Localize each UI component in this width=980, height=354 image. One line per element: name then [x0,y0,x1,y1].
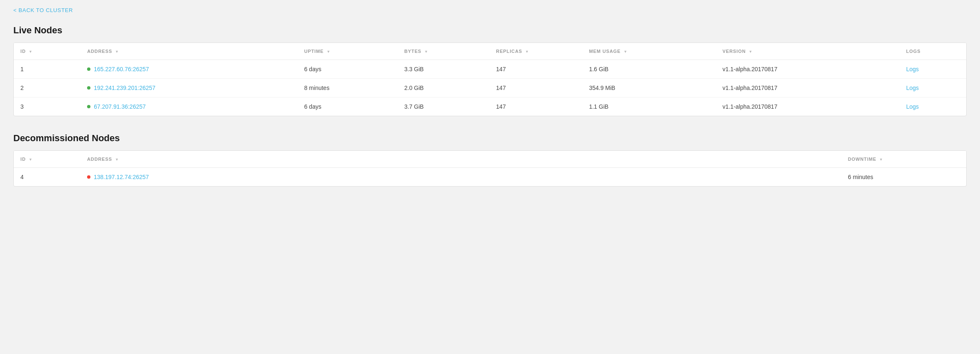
node-uptime: 6 days [298,97,398,116]
status-dot-decommissioned [87,175,90,179]
table-row: 2 192.241.239.201:26257 8 minutes 2.0 Gi… [14,79,966,97]
node-address-link[interactable]: 165.227.60.76:26257 [94,66,149,72]
node-address-link[interactable]: 192.241.239.201:26257 [94,85,155,91]
decommissioned-nodes-title: Decommissioned Nodes [13,133,967,144]
node-version: v1.1-alpha.20170817 [716,60,900,79]
status-dot-live [87,86,90,90]
node-address-cell: 67.207.91.36:26257 [80,97,298,116]
live-nodes-table-container: ID ▼ ADDRESS ▼ UPTIME ▼ BYTES ▼ REPLICAS… [13,42,967,116]
node-mem-usage: 1.1 GiB [582,97,716,116]
decommissioned-nodes-table-container: ID ▼ ADDRESS ▼ DOWNTIME ▼ 4 138.197.12.7… [13,150,967,187]
sort-icon-address: ▼ [115,157,119,162]
node-logs-cell: Logs [900,60,966,79]
sort-icon-downtime: ▼ [879,157,883,162]
live-nodes-tbody: 1 165.227.60.76:26257 6 days 3.3 GiB 147… [14,60,966,116]
live-nodes-table: ID ▼ ADDRESS ▼ UPTIME ▼ BYTES ▼ REPLICAS… [14,43,966,116]
status-dot-live [87,105,90,108]
node-uptime: 8 minutes [298,79,398,97]
col-header-id[interactable]: ID ▼ [14,43,80,60]
node-mem-usage: 1.6 GiB [582,60,716,79]
live-nodes-title: Live Nodes [13,25,967,36]
sort-icon-replicas: ▼ [525,50,529,54]
col-header-uptime[interactable]: UPTIME ▼ [298,43,398,60]
sort-icon-address: ▼ [115,50,119,54]
node-logs-cell: Logs [900,79,966,97]
node-version: v1.1-alpha.20170817 [716,79,900,97]
col-header-logs: LOGS [900,43,966,60]
node-replicas: 147 [490,79,582,97]
node-logs-cell: Logs [900,97,966,116]
node-downtime: 6 minutes [841,168,966,187]
col-header-replicas[interactable]: REPLICAS ▼ [490,43,582,60]
node-mem-usage: 354.9 MiB [582,79,716,97]
node-version: v1.1-alpha.20170817 [716,97,900,116]
node-bytes: 2.0 GiB [398,79,489,97]
node-id: 4 [14,168,80,187]
sort-icon-uptime: ▼ [327,50,331,54]
col-header-address[interactable]: ADDRESS ▼ [80,43,298,60]
logs-link[interactable]: Logs [906,85,919,91]
decommissioned-nodes-tbody: 4 138.197.12.74:26257 6 minutes [14,168,966,187]
col-header-bytes[interactable]: BYTES ▼ [398,43,489,60]
table-row: 1 165.227.60.76:26257 6 days 3.3 GiB 147… [14,60,966,79]
sort-icon-bytes: ▼ [424,50,428,54]
decommissioned-nodes-thead: ID ▼ ADDRESS ▼ DOWNTIME ▼ [14,151,966,168]
logs-link[interactable]: Logs [906,66,919,72]
node-address-cell: 165.227.60.76:26257 [80,60,298,79]
decommissioned-nodes-table: ID ▼ ADDRESS ▼ DOWNTIME ▼ 4 138.197.12.7… [14,151,966,186]
live-nodes-header-row: ID ▼ ADDRESS ▼ UPTIME ▼ BYTES ▼ REPLICAS… [14,43,966,60]
node-bytes: 3.3 GiB [398,60,489,79]
table-row: 3 67.207.91.36:26257 6 days 3.7 GiB 147 … [14,97,966,116]
node-id: 3 [14,97,80,116]
col-header-mem-usage[interactable]: MEM USAGE ▼ [582,43,716,60]
node-bytes: 3.7 GiB [398,97,489,116]
col-header-id[interactable]: ID ▼ [14,151,80,168]
node-replicas: 147 [490,97,582,116]
node-id: 2 [14,79,80,97]
node-address-cell: 192.241.239.201:26257 [80,79,298,97]
col-header-version[interactable]: VERSION ▼ [716,43,900,60]
logs-link[interactable]: Logs [906,103,919,110]
col-header-downtime[interactable]: DOWNTIME ▼ [841,151,966,168]
sort-icon-version: ▼ [749,50,753,54]
sort-icon-id: ▼ [29,50,33,54]
decommissioned-nodes-header-row: ID ▼ ADDRESS ▼ DOWNTIME ▼ [14,151,966,168]
back-to-cluster-link[interactable]: < BACK TO CLUSTER [13,7,73,13]
table-row: 4 138.197.12.74:26257 6 minutes [14,168,966,187]
node-address-cell: 138.197.12.74:26257 [80,168,841,187]
node-replicas: 147 [490,60,582,79]
node-address-link[interactable]: 138.197.12.74:26257 [94,174,149,180]
node-id: 1 [14,60,80,79]
col-header-address[interactable]: ADDRESS ▼ [80,151,841,168]
sort-icon-id: ▼ [29,157,33,162]
live-nodes-thead: ID ▼ ADDRESS ▼ UPTIME ▼ BYTES ▼ REPLICAS… [14,43,966,60]
sort-icon-mem-usage: ▼ [623,50,628,54]
status-dot-live [87,67,90,71]
node-uptime: 6 days [298,60,398,79]
node-address-link[interactable]: 67.207.91.36:26257 [94,103,146,110]
